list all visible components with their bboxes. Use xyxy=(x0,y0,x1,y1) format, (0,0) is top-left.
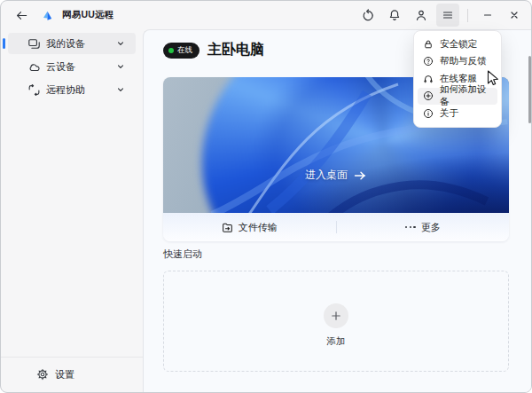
gear-icon xyxy=(36,368,49,381)
menu-item-how-to-add-device[interactable]: 如何添加设备 xyxy=(418,88,497,106)
status-badge: 在线 xyxy=(163,43,200,59)
minimize-button[interactable] xyxy=(476,4,499,27)
mouse-cursor-icon xyxy=(487,70,500,87)
scrollbar-thumb[interactable] xyxy=(528,56,531,123)
cloud-device-icon xyxy=(27,60,41,74)
menu-item-help-feedback[interactable]: 帮助与反馈 xyxy=(418,53,497,71)
sidebar-item-settings[interactable]: 设置 xyxy=(8,364,136,385)
chevron-down-icon xyxy=(116,85,125,94)
sidebar-item-label: 云设备 xyxy=(46,60,111,74)
help-question-icon xyxy=(423,56,434,67)
sidebar-item-cloud-devices[interactable]: 云设备 xyxy=(8,56,136,77)
sidebar-item-label: 远程协助 xyxy=(46,83,111,97)
sidebar-item-my-devices[interactable]: 我的设备 xyxy=(8,33,136,54)
refresh-button[interactable] xyxy=(356,4,379,27)
sidebar-item-remote-assist[interactable]: 远程协助 xyxy=(8,79,136,100)
titlebar: 网易UU远程 xyxy=(1,1,532,29)
titlebar-separator xyxy=(467,9,468,22)
menu-item-label: 帮助与反馈 xyxy=(440,55,487,67)
remote-assist-icon xyxy=(27,83,41,97)
sidebar: 我的设备 云设备 远程协助 xyxy=(1,29,143,393)
more-button[interactable]: 更多 xyxy=(337,213,510,241)
add-quick-launch-button[interactable] xyxy=(324,303,348,328)
file-transfer-button[interactable]: 文件传输 xyxy=(163,213,336,241)
menu-icon xyxy=(442,9,454,21)
quick-launch-panel: 添加 xyxy=(163,271,509,372)
chevron-down-icon xyxy=(116,62,125,71)
selected-indicator xyxy=(3,38,5,49)
notification-bell-icon xyxy=(388,9,401,21)
menu-item-label: 如何添加设备 xyxy=(440,83,492,108)
status-badge-label: 在线 xyxy=(177,45,192,56)
minimize-icon xyxy=(482,10,493,20)
user-icon xyxy=(415,9,427,21)
my-devices-icon xyxy=(27,37,41,51)
menu-item-label: 关于 xyxy=(440,107,458,120)
plus-icon xyxy=(331,310,341,321)
back-arrow-icon xyxy=(15,9,28,22)
close-button[interactable] xyxy=(503,4,526,27)
notifications-button[interactable] xyxy=(383,4,406,27)
file-transfer-label: 文件传输 xyxy=(239,221,278,234)
add-label: 添加 xyxy=(327,335,346,348)
headset-icon xyxy=(423,74,434,84)
enter-desktop-label: 进入桌面 xyxy=(305,168,348,183)
online-dot-icon xyxy=(168,48,174,53)
main-menu-button[interactable] xyxy=(436,4,459,27)
menu-item-security-lock[interactable]: 安全锁定 xyxy=(418,35,497,53)
app-window: 网易UU远程 xyxy=(0,0,532,393)
folder-transfer-icon xyxy=(222,222,233,233)
chevron-down-icon xyxy=(116,39,125,48)
more-label: 更多 xyxy=(421,221,441,234)
menu-item-label: 安全锁定 xyxy=(440,38,477,51)
back-button[interactable] xyxy=(10,4,33,27)
refresh-icon xyxy=(362,9,374,21)
device-card-footer: 文件传输 更多 xyxy=(163,213,509,241)
sidebar-divider xyxy=(1,357,143,358)
app-title: 网易UU远程 xyxy=(62,9,113,21)
sidebar-item-label: 我的设备 xyxy=(46,37,111,51)
ellipsis-icon xyxy=(405,226,416,228)
device-header: 在线 主卧电脑 xyxy=(163,41,264,59)
account-button[interactable] xyxy=(410,4,433,27)
settings-label: 设置 xyxy=(55,368,74,381)
about-info-icon xyxy=(423,108,434,119)
add-device-icon xyxy=(423,90,434,101)
arrow-right-icon xyxy=(354,170,367,181)
lock-icon xyxy=(423,39,434,50)
quick-launch-title: 快速启动 xyxy=(163,248,202,261)
device-name: 主卧电脑 xyxy=(207,41,264,59)
app-logo-icon xyxy=(41,9,54,22)
close-icon xyxy=(509,10,520,20)
enter-desktop-button[interactable]: 进入桌面 xyxy=(163,168,509,183)
